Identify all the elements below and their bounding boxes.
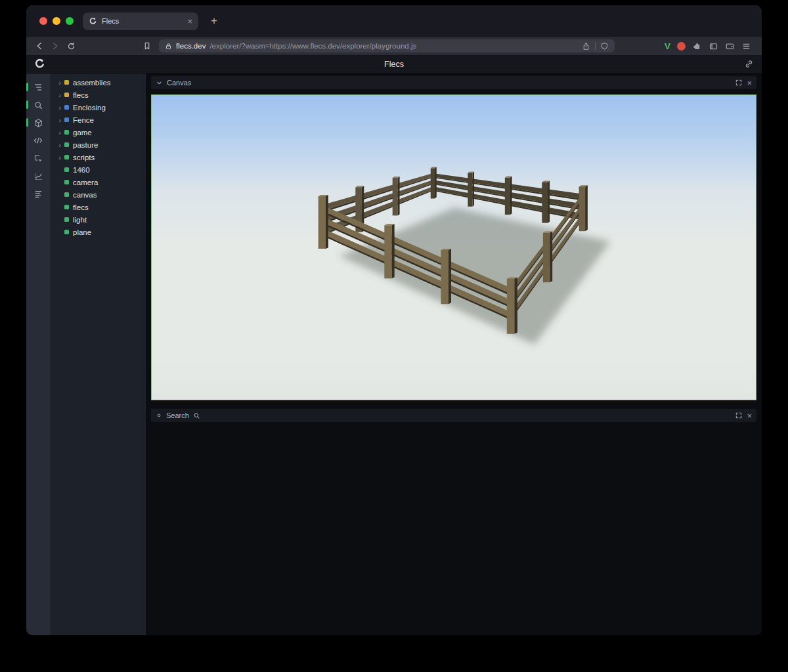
rail-button-inspect[interactable] [30,152,47,164]
cube-icon [33,118,43,128]
tree-item[interactable]: flecs [50,201,146,213]
forward-button[interactable] [47,39,63,53]
bookmark-icon[interactable] [139,39,155,53]
main-panel-area: Canvas × [146,74,762,635]
browser-tab[interactable]: Flecs × [83,12,198,30]
extensions-puzzle-button[interactable] [692,41,702,51]
tree-item[interactable]: › scripts [50,151,146,163]
chart-icon [33,171,43,181]
url-host: flecs.dev [176,42,206,50]
entity-type-icon [64,180,69,184]
tree-item[interactable]: 1460 [50,163,146,176]
close-panel-button[interactable]: × [747,411,752,420]
search-panel-header: Search × [151,409,756,422]
rail-button-search[interactable] [30,99,47,111]
fullscreen-button[interactable] [735,79,743,87]
browser-window: Flecs × + flecs.dev/explorer/?wasm=https… [26,5,762,635]
tree-item-label: flecs [73,91,89,99]
tree-item-label: assemblies [73,79,111,87]
traffic-lights [39,17,74,25]
tree-item[interactable]: › flecs [50,89,146,101]
rail-button-entities[interactable] [30,81,47,93]
entity-type-icon [64,230,69,234]
tree-item[interactable]: › assemblies [50,76,146,89]
entity-type-icon [64,142,69,147]
expand-chevron-icon[interactable]: › [56,104,63,112]
canvas-3d-viewport[interactable] [151,94,756,400]
tree-item-label: Fence [73,116,94,124]
expand-chevron-icon[interactable]: › [56,79,63,87]
zoom-window-button[interactable] [66,17,74,25]
canvas-panel-header: Canvas × [151,76,756,89]
flecs-favicon-icon [89,17,97,26]
panel-title: Search [166,411,189,419]
panel-title: Canvas [167,79,191,87]
address-bar[interactable]: flecs.dev/explorer/?wasm=https://www.fle… [159,39,615,52]
tree-item[interactable]: canvas [50,188,146,201]
wallet-button[interactable] [725,41,735,51]
tree-item-label: scripts [73,154,95,161]
rows-icon [33,189,43,199]
rail-button-code[interactable] [30,135,47,146]
tree-icon [33,82,43,93]
entity-type-icon [64,217,69,222]
rail-button-charts[interactable] [30,170,47,182]
tree-item-label: canvas [73,191,97,199]
app-body: › assemblies › flecs › Enclosing › [26,74,762,635]
url-path: /explorer/?wasm=https://www.flecs.dev/ex… [209,42,416,50]
tree-item-label: game [73,129,92,136]
tab-close-button[interactable]: × [187,17,192,26]
fence-3d-scene [152,95,756,400]
tree-item[interactable]: › Enclosing [50,101,146,114]
expand-chevron-icon[interactable]: › [56,129,63,136]
collapse-chevron-icon[interactable] [156,79,163,87]
expand-chevron-icon[interactable]: › [56,116,63,124]
entity-type-icon [64,167,69,172]
cursor-inspect-icon [33,154,43,163]
entity-type-icon [64,130,69,135]
expand-chevron-icon[interactable]: › [56,91,63,99]
tree-item[interactable]: plane [50,226,146,238]
rail-button-canvas[interactable] [30,117,47,129]
entity-type-icon [64,80,69,85]
panel-marker-icon[interactable] [156,412,162,419]
tree-item[interactable]: camera [50,176,146,188]
back-button[interactable] [32,39,47,53]
tree-item-label: camera [73,178,98,186]
tree-item[interactable]: › game [50,126,146,138]
entity-type-icon [64,93,69,97]
entity-tree-panel: › assemblies › flecs › Enclosing › [50,74,146,635]
minimize-window-button[interactable] [53,17,60,25]
expand-chevron-icon[interactable]: › [56,154,63,161]
lock-icon [165,43,172,50]
tree-item-label: Enclosing [73,104,106,112]
share-link-button[interactable] [744,59,754,69]
red-extension-button[interactable] [677,42,686,51]
search-icon [33,100,43,110]
sidebar-button[interactable] [709,41,718,51]
tab-strip: Flecs × + [26,5,762,37]
new-tab-button[interactable]: + [206,14,222,28]
close-panel-button[interactable]: × [747,79,752,87]
close-window-button[interactable] [39,17,47,25]
app-header: Flecs [26,55,762,74]
tree-item[interactable]: › Fence [50,114,146,126]
menu-button[interactable] [741,41,751,51]
tab-title: Flecs [102,17,119,25]
rail-button-stats[interactable] [30,188,47,200]
v-extension-button[interactable]: V [665,41,670,51]
search-panel-body [151,422,756,635]
entity-type-icon [64,205,69,209]
entity-type-icon [64,155,69,159]
reload-button[interactable] [63,39,79,53]
brave-shield-button[interactable] [600,42,609,51]
fullscreen-button[interactable] [735,411,743,419]
tree-item[interactable]: › pasture [50,138,146,151]
tree-item-label: flecs [73,203,89,211]
expand-chevron-icon[interactable]: › [56,141,63,149]
search-small-icon [193,412,200,419]
tree-item-label: plane [73,228,91,236]
tree-item[interactable]: light [50,213,146,226]
share-button[interactable] [582,42,590,51]
icon-rail [26,74,50,635]
